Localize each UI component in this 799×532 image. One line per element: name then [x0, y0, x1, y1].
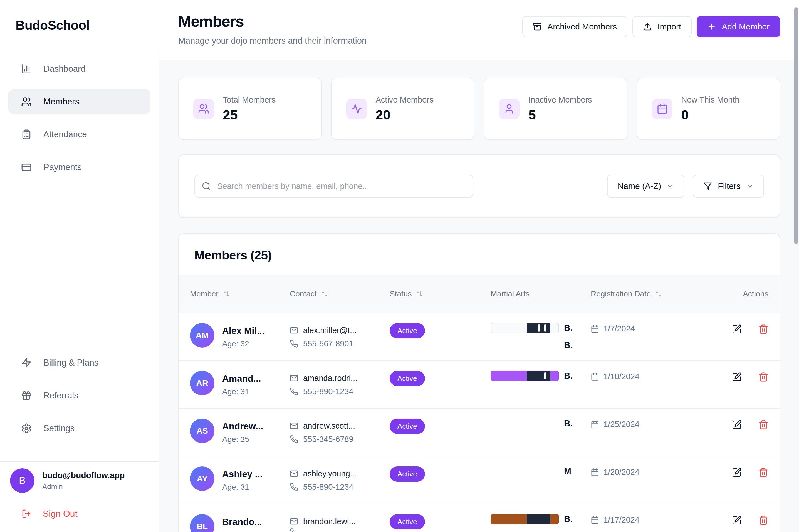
import-label: Import: [657, 22, 681, 32]
stat-card-total-members: Total Members 25: [178, 77, 322, 140]
phone-icon: [290, 340, 298, 348]
archived-members-label: Archived Members: [547, 22, 617, 32]
status-badge: Active: [389, 419, 425, 434]
edit-button[interactable]: [732, 468, 742, 478]
column-header-actions: Actions: [708, 289, 768, 298]
member-age: Age: 31: [222, 385, 261, 399]
contact-cell: amanda.rodri... 555-890-1234: [290, 361, 389, 398]
edit-icon: [732, 468, 742, 478]
sidebar-item-label: Dashboard: [43, 64, 86, 74]
status-badge: Active: [389, 371, 425, 386]
sidebar-item-attendance[interactable]: Attendance: [8, 122, 150, 147]
table-body: AM Alex Mil... Age: 32 alex.miller@t... …: [179, 312, 780, 532]
registration-date-cell: 1/7/2024: [591, 313, 708, 334]
credit-card-icon: [21, 162, 32, 172]
log-out-icon: [22, 509, 31, 518]
activity-icon: [346, 99, 367, 119]
column-header-registration-date[interactable]: Registration Date: [591, 289, 708, 298]
actions-cell: [708, 361, 768, 382]
edit-button[interactable]: [732, 372, 742, 382]
registration-date-cell: 1/25/2024: [591, 408, 708, 429]
table-row: BL Brando... brandon.lewi... Active B. 1…: [179, 504, 780, 532]
delete-button[interactable]: [758, 324, 768, 334]
page-title: Members: [178, 12, 366, 30]
scrollbar-thumb[interactable]: [794, 7, 798, 244]
archived-members-button[interactable]: Archived Members: [522, 16, 628, 37]
chevron-down-icon: [667, 183, 674, 190]
sidebar-item-label: Referrals: [43, 391, 78, 401]
status-cell: Active: [389, 408, 491, 434]
contact-cell: brandon.lewi...: [290, 504, 389, 532]
trash-icon: [758, 420, 768, 430]
registration-date: 1/10/2024: [603, 372, 639, 381]
member-cell: AR Amand... Age: 31: [190, 361, 290, 399]
sidebar: BudoSchool Dashboard Members Attendance …: [0, 0, 159, 532]
sidebar-item-members[interactable]: Members: [8, 90, 150, 114]
sidebar-item-dashboard[interactable]: Dashboard: [8, 57, 150, 81]
avatar: AS: [190, 419, 214, 443]
sidebar-item-label: Settings: [43, 423, 74, 433]
column-header-contact[interactable]: Contact: [290, 289, 389, 298]
martial-art-label: B.: [564, 323, 573, 334]
martial-art-entry: B.: [491, 323, 591, 334]
table-title: Members (25): [179, 234, 780, 275]
status-cell: Active: [389, 361, 491, 386]
delete-button[interactable]: [758, 420, 768, 430]
member-age: Age: 32: [222, 337, 265, 351]
status-cell: Active: [389, 313, 491, 338]
delete-button[interactable]: [758, 468, 768, 478]
actions-cell: [708, 313, 768, 334]
edit-button[interactable]: [732, 515, 742, 525]
martial-art-label: M: [564, 466, 571, 477]
sort-icon: [321, 290, 328, 297]
add-member-button[interactable]: Add Member: [697, 16, 780, 37]
sidebar-item-settings[interactable]: Settings: [8, 416, 150, 441]
stat-value: 25: [223, 107, 276, 122]
trash-icon: [758, 324, 768, 334]
mail-icon: [290, 470, 298, 478]
search-toolbar: Name (A-Z) Filters: [178, 154, 780, 218]
avatar: BL: [190, 514, 214, 532]
avatar: AY: [190, 467, 214, 491]
martial-art-entry: B.: [491, 514, 591, 525]
scrollbar-track[interactable]: [794, 0, 798, 532]
filters-button[interactable]: Filters: [693, 175, 764, 197]
column-header-status[interactable]: Status: [389, 289, 491, 298]
stat-card-active-members: Active Members 20: [331, 77, 475, 140]
phone-icon: [290, 528, 298, 532]
edit-button[interactable]: [732, 420, 742, 430]
sign-out-button[interactable]: Sign Out: [10, 504, 149, 524]
plus-icon: [707, 22, 716, 31]
sidebar-item-label: Payments: [43, 162, 82, 172]
column-header-member[interactable]: Member: [190, 289, 290, 298]
stat-value: 5: [528, 107, 592, 122]
member-name: Brando...: [222, 516, 262, 528]
search-input[interactable]: [194, 175, 473, 197]
edit-button[interactable]: [732, 324, 742, 334]
delete-button[interactable]: [758, 515, 768, 525]
sidebar-item-referrals[interactable]: Referrals: [8, 383, 150, 408]
member-phone: 555-890-1234: [303, 385, 353, 398]
sidebar-item-payments[interactable]: Payments: [8, 155, 150, 179]
stat-label: Inactive Members: [528, 95, 592, 104]
app-window: BudoSchool Dashboard Members Attendance …: [0, 0, 799, 532]
page-subtitle: Manage your dojo members and their infor…: [178, 36, 366, 46]
sidebar-item-billing[interactable]: Billing & Plans: [8, 350, 150, 375]
delete-button[interactable]: [758, 372, 768, 382]
martial-art-label: B.: [564, 418, 573, 429]
user-block: B budo@budoflow.app Admin Sign Out: [0, 461, 159, 532]
column-header-martial-arts: Martial Arts: [491, 289, 591, 298]
edit-icon: [732, 372, 742, 382]
sidebar-item-label: Members: [43, 97, 79, 107]
sort-dropdown[interactable]: Name (A-Z): [607, 175, 685, 197]
actions-cell: [708, 408, 768, 430]
logo-area: BudoSchool: [0, 0, 159, 51]
martial-art-entry: B.: [491, 370, 591, 381]
mail-icon: [290, 517, 298, 526]
martial-art-label: B.: [564, 370, 573, 381]
stat-card-new-this-month: New This Month 0: [637, 77, 780, 140]
member-name: Amand...: [222, 373, 261, 385]
sidebar-item-label: Attendance: [43, 130, 87, 139]
registration-date-cell: 1/20/2024: [591, 456, 708, 477]
import-button[interactable]: Import: [632, 16, 692, 37]
